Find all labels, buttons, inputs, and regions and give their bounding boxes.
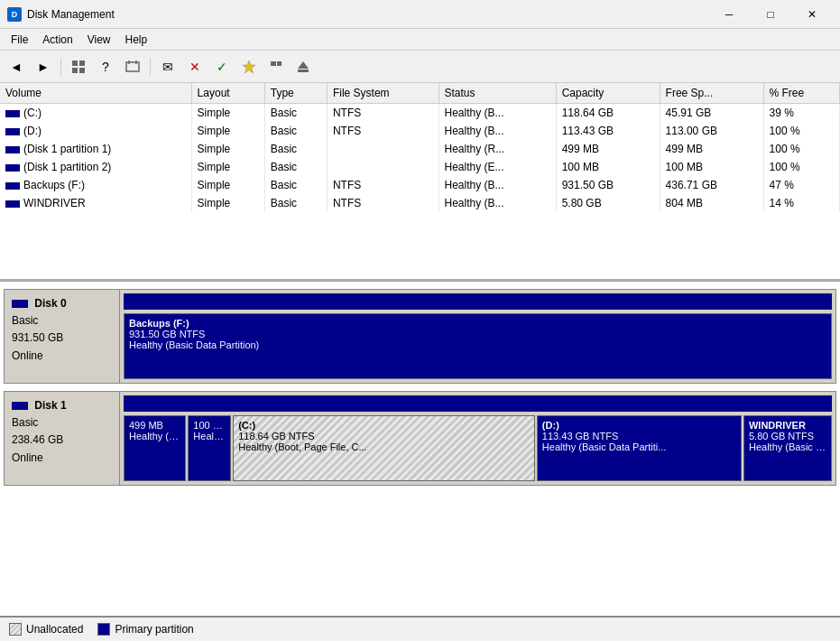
properties-button[interactable] [120, 54, 145, 79]
grid-button[interactable] [66, 54, 91, 79]
cell-filesystem [327, 158, 438, 176]
back-button[interactable]: ◄ [4, 54, 29, 79]
cell-free: 45.91 GB [660, 104, 763, 123]
cell-type: Basic [264, 194, 327, 212]
table-row[interactable]: Backups (F:)SimpleBasicNTFSHealthy (B...… [0, 176, 840, 194]
svg-rect-10 [298, 70, 309, 72]
col-status[interactable]: Status [438, 83, 556, 104]
table-row[interactable]: (Disk 1 partition 2)SimpleBasicHealthy (… [0, 158, 840, 176]
partition[interactable]: (D:)113.43 GB NTFSHealthy (Basic Data Pa… [537, 415, 742, 481]
close-button[interactable]: ✕ [791, 0, 833, 29]
disk-content: 499 MBHealthy (Re...100 MBHealthy(C:)118… [119, 391, 836, 486]
check-button[interactable]: ✓ [209, 54, 235, 79]
col-volume[interactable]: Volume [0, 83, 191, 104]
legend-unallocated-icon [9, 623, 22, 636]
restore-button[interactable]: □ [750, 0, 791, 29]
table-row[interactable]: WINDRIVERSimpleBasicNTFSHealthy (B...5.8… [0, 194, 840, 212]
partition[interactable]: Backups (F:)931.50 GB NTFSHealthy (Basic… [124, 313, 832, 379]
table-row[interactable]: (Disk 1 partition 1)SimpleBasicHealthy (… [0, 140, 840, 158]
cell-status: Healthy (E... [438, 158, 556, 176]
partition[interactable]: 499 MBHealthy (Re... [124, 415, 186, 481]
cell-status: Healthy (R... [438, 140, 556, 158]
cell-volume: (D:) [0, 122, 191, 140]
col-type[interactable]: Type [264, 83, 327, 104]
disk-type: Basic [12, 414, 112, 432]
cell-layout: Simple [191, 176, 264, 194]
cell-pctfree: 39 % [763, 104, 839, 123]
col-capacity[interactable]: Capacity [556, 83, 660, 104]
disk-area[interactable]: Disk 0Basic931.50 GBOnlineBackups (F:)93… [0, 282, 840, 616]
col-layout[interactable]: Layout [191, 83, 264, 104]
svg-rect-8 [271, 61, 276, 66]
partition-size: 100 MB [193, 420, 226, 431]
partition-name: WINDRIVER [749, 420, 826, 431]
drive-icon [5, 182, 20, 190]
svg-rect-1 [79, 60, 85, 66]
menu-help[interactable]: Help [118, 32, 155, 48]
partition-status: Healthy [193, 431, 226, 441]
menu-bar: File Action View Help [0, 29, 840, 51]
cell-status: Healthy (B... [438, 122, 556, 140]
cell-capacity: 100 MB [556, 158, 660, 176]
toolbar: ◄ ► ? ✉ ✕ ✓ [0, 51, 840, 83]
cell-status: Healthy (B... [438, 104, 556, 123]
disk-type: Basic [12, 312, 112, 330]
toolbar-separator-1 [60, 58, 61, 76]
partition-name: (C:) [238, 420, 530, 431]
menu-action[interactable]: Action [35, 32, 79, 48]
cell-filesystem: NTFS [327, 104, 438, 123]
cell-capacity: 113.43 GB [556, 122, 660, 140]
cell-free: 113.00 GB [660, 122, 763, 140]
menu-file[interactable]: File [4, 32, 35, 48]
table-row[interactable]: (C:)SimpleBasicNTFSHealthy (B...118.64 G… [0, 104, 840, 123]
cell-volume: (Disk 1 partition 2) [0, 158, 191, 176]
cell-free: 804 MB [660, 194, 763, 212]
cell-pctfree: 100 % [763, 158, 839, 176]
disk-content: Backups (F:)931.50 GB NTFSHealthy (Basic… [119, 289, 836, 384]
minimize-button[interactable]: ─ [708, 0, 750, 29]
eject-button[interactable] [291, 54, 316, 79]
cell-filesystem: NTFS [327, 122, 438, 140]
partition-size: 118.64 GB NTFS [238, 431, 530, 441]
cell-capacity: 5.80 GB [556, 194, 660, 212]
legend-primary-label: Primary partition [115, 623, 193, 636]
partition-status: Healthy (Re... [129, 431, 180, 441]
disk-area-wrapper: Disk 0Basic931.50 GBOnlineBackups (F:)93… [0, 282, 840, 616]
legend-primary-icon [97, 623, 110, 636]
forward-button[interactable]: ► [31, 54, 56, 79]
col-filesystem[interactable]: File System [327, 83, 438, 104]
cell-volume: Backups (F:) [0, 176, 191, 194]
partition-status: Healthy (Basic Data Partiti... [542, 441, 736, 452]
partition[interactable]: WINDRIVER5.80 GB NTFSHealthy (Basic Data… [743, 415, 832, 481]
partition-name: Backups (F:) [129, 318, 826, 329]
drive-icon [5, 110, 20, 117]
cell-filesystem: NTFS [327, 176, 438, 194]
volume-panel[interactable]: Volume Layout Type File System Status Ca… [0, 83, 840, 282]
cell-type: Basic [264, 158, 327, 176]
legend-unallocated: Unallocated [9, 623, 83, 636]
connect-button[interactable]: ✉ [155, 54, 180, 79]
title-bar: D Disk Management ─ □ ✕ [0, 0, 840, 29]
svg-rect-0 [72, 60, 78, 66]
col-free[interactable]: Free Sp... [660, 83, 763, 104]
partition-size: 5.80 GB NTFS [749, 431, 826, 441]
cell-pctfree: 14 % [763, 194, 839, 212]
col-pctfree[interactable]: % Free [763, 83, 839, 104]
svg-marker-11 [298, 61, 309, 69]
delete-button[interactable]: ✕ [182, 54, 208, 79]
drive-icon [5, 200, 20, 208]
cell-status: Healthy (B... [438, 194, 556, 212]
table-row[interactable]: (D:)SimpleBasicNTFSHealthy (B...113.43 G… [0, 122, 840, 140]
menu-view[interactable]: View [80, 32, 118, 48]
cell-free: 436.71 GB [660, 176, 763, 194]
disk-icon [12, 402, 28, 410]
star-button[interactable] [236, 54, 262, 79]
partition[interactable]: 100 MBHealthy [188, 415, 231, 481]
disk-bar [124, 395, 832, 412]
partition[interactable]: (C:)118.64 GB NTFSHealthy (Boot, Page Fi… [233, 415, 535, 481]
cell-filesystem [327, 140, 438, 158]
help-button[interactable]: ? [93, 54, 118, 79]
refresh-button[interactable] [263, 54, 289, 79]
volume-table-body: (C:)SimpleBasicNTFSHealthy (B...118.64 G… [0, 104, 840, 213]
disk-bar [124, 293, 832, 310]
